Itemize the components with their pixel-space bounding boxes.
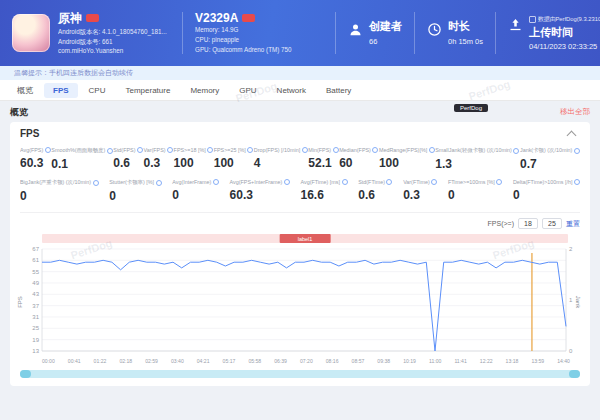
x-tick-label: 08:16 — [326, 358, 339, 364]
x-axis-labels: 00:0000:4101:2202:1802:5903:4004:2105:17… — [42, 358, 570, 364]
checkbox-icon — [529, 16, 536, 23]
section-title: 概览 — [10, 106, 28, 119]
metric: SmallJank(轻微卡顿) (次/10min)1.3 — [435, 147, 519, 171]
info-icon[interactable] — [213, 179, 219, 185]
metric: FPS>=25 [%]100 — [214, 147, 254, 171]
metric-value: 100 — [379, 156, 435, 170]
perfdog-version-note: 数据由PerfDog(9.3.23104d)版本采集 — [529, 15, 600, 24]
svg-text:55: 55 — [32, 269, 39, 275]
metric-label: FPS>=18 [%] — [174, 147, 214, 153]
tab-Temperature[interactable]: Temperature — [116, 83, 179, 98]
notice-bar: 温馨提示：手机回连后数据会自动续传 — [0, 66, 600, 80]
device-block: V2329A Memory: 14.9G CPU: pineapple GPU:… — [195, 11, 323, 54]
metric-value: 60.3 — [20, 156, 51, 170]
tab-CPU[interactable]: CPU — [80, 83, 115, 98]
info-icon[interactable] — [93, 180, 99, 186]
fps-card: FPS Avg(FPS)60.3Smooth%(画面顺畅度)0.1Std(FPS… — [10, 122, 590, 386]
annotation-band[interactable]: label1 — [42, 234, 568, 243]
info-icon[interactable] — [574, 179, 580, 185]
creator-label: 创建者 — [369, 20, 402, 32]
metric-value: 0 — [109, 189, 161, 203]
metric: Std(FTime)0.6 — [358, 179, 392, 203]
info-icon[interactable] — [386, 179, 392, 185]
info-icon[interactable] — [207, 147, 213, 153]
header-divider — [414, 12, 415, 54]
scrollbar-left-handle[interactable] — [20, 370, 31, 378]
svg-text:1: 1 — [569, 297, 573, 303]
info-icon[interactable] — [431, 179, 437, 185]
x-tick-label: 08:57 — [352, 358, 365, 364]
info-icon[interactable] — [107, 148, 113, 154]
info-icon[interactable] — [513, 148, 519, 154]
info-icon[interactable] — [302, 147, 308, 153]
device-gpu: GPU: Qualcomm Adreno (TM) 750 — [195, 45, 323, 55]
metric-label: Avg(FPS+InterFrame) — [230, 179, 290, 185]
info-icon[interactable] — [284, 179, 290, 185]
metric-label: Delta(FTime)>100ms [/h] — [513, 179, 580, 185]
x-tick-label: 03:40 — [171, 358, 184, 364]
duration-value: 0h 15m 0s — [448, 37, 483, 46]
app-block: 原神 Android版本名: 4.1.0_18054760_181... And… — [12, 10, 170, 56]
creator-value: 66 — [369, 37, 402, 46]
duration-label: 时长 — [448, 20, 483, 32]
metric-label: Std(FTime) — [358, 179, 392, 185]
metric-value: 1.3 — [435, 157, 519, 171]
metric-label: Smooth%(画面顺畅度) — [51, 147, 112, 154]
metric: Avg(FPS)60.3 — [20, 147, 51, 171]
info-icon[interactable] — [372, 147, 378, 153]
app-version-name: Android版本名: 4.1.0_18054760_181... — [58, 27, 167, 37]
fps-chart-area: FPS 67615549433731251913210 Jank — [20, 245, 580, 357]
info-icon[interactable] — [574, 148, 580, 154]
metric-label: Drop(FPS) [/10min] — [254, 147, 308, 153]
svg-text:19: 19 — [32, 337, 39, 343]
info-icon[interactable] — [247, 147, 253, 153]
remove-all-link[interactable]: 移出全部 — [560, 107, 590, 117]
info-icon[interactable] — [429, 147, 435, 153]
annotation-label[interactable]: label1 — [280, 234, 331, 243]
upload-label: 上传时间 — [529, 26, 600, 38]
metric: BigJank(严重卡顿) (次/10min)0 — [20, 179, 99, 203]
info-icon[interactable] — [45, 147, 51, 153]
metric: Avg(FPS+InterFrame)60.3 — [230, 179, 290, 203]
svg-text:25: 25 — [32, 325, 39, 331]
header: 原神 Android版本名: 4.1.0_18054760_181... And… — [0, 0, 600, 66]
metric-value: 16.6 — [301, 188, 348, 202]
upload-block: 数据由PerfDog(9.3.23104d)版本采集 上传时间 04/11/20… — [508, 15, 600, 51]
reset-link[interactable]: 重置 — [566, 219, 580, 229]
metric-label: FPS>=25 [%] — [214, 147, 254, 153]
tab-Memory[interactable]: Memory — [181, 83, 228, 98]
x-tick-label: 02:18 — [119, 358, 132, 364]
metric-value: 0.6 — [358, 188, 392, 202]
collapse-chevron-icon[interactable] — [567, 130, 577, 140]
header-divider — [335, 12, 336, 54]
fps-metrics-row-2: BigJank(严重卡顿) (次/10min)0Stutter(卡顿率) [%]… — [20, 179, 580, 203]
tab-GPU[interactable]: GPU — [230, 83, 265, 98]
svg-text:2: 2 — [569, 246, 573, 252]
tab-Network[interactable]: Network — [268, 83, 315, 98]
info-icon[interactable] — [156, 180, 162, 186]
x-tick-label: 04:21 — [197, 358, 210, 364]
info-icon[interactable] — [496, 179, 502, 185]
info-icon[interactable] — [137, 147, 143, 153]
tab-FPS[interactable]: FPS — [44, 83, 78, 98]
app-icon — [12, 14, 50, 52]
metric-value: 0.3 — [403, 188, 437, 202]
tab-概览[interactable]: 概览 — [8, 82, 42, 99]
metric: Std(FPS)0.6 — [113, 147, 143, 171]
scrollbar-right-handle[interactable] — [569, 370, 580, 378]
fps-threshold-input-1[interactable] — [518, 218, 538, 229]
metric-value: 0 — [448, 188, 502, 202]
info-icon[interactable] — [333, 147, 339, 153]
info-icon[interactable] — [342, 179, 348, 185]
fps-line-chart[interactable]: 67615549433731251913210 — [20, 245, 580, 357]
metric: Drop(FPS) [/10min]4 — [254, 147, 308, 171]
app-badge-icon — [86, 14, 99, 22]
tab-Battery[interactable]: Battery — [317, 83, 360, 98]
x-tick-label: 00:00 — [42, 358, 55, 364]
metric-label: Avg(FPS) — [20, 147, 51, 153]
chart-range-scrollbar[interactable] — [20, 370, 580, 378]
info-icon[interactable] — [167, 147, 173, 153]
fps-threshold-input-2[interactable] — [542, 218, 562, 229]
fps-card-title: FPS — [20, 128, 39, 139]
svg-text:67: 67 — [32, 246, 39, 252]
